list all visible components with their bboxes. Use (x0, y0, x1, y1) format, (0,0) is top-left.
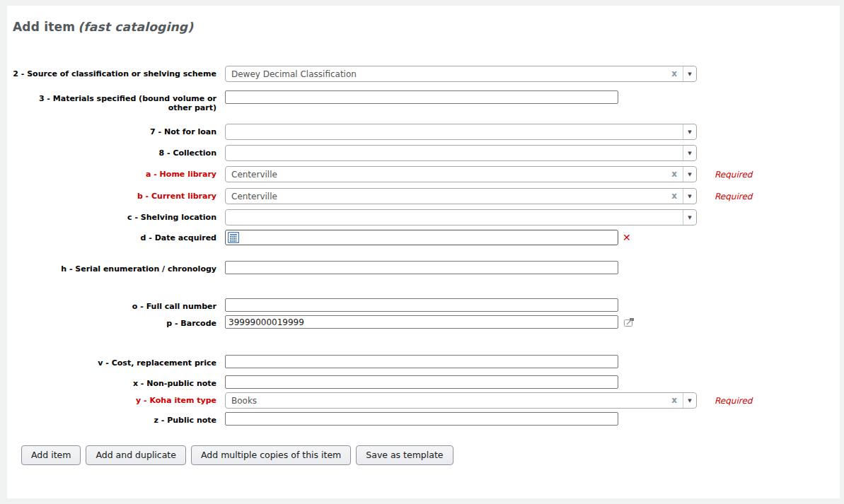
chevron-down-icon[interactable]: ▼ (683, 393, 696, 408)
select-a[interactable]: Centervillex▼ (225, 166, 697, 182)
page-title-text: Add item (13, 20, 75, 34)
field-label-3: 3 - Materials specified (bound volume or… (13, 90, 225, 112)
form-row-b: b - Current libraryCentervillex▼Required (13, 188, 840, 204)
chevron-down-icon[interactable]: ▼ (683, 167, 696, 182)
chevron-down-icon[interactable]: ▼ (683, 66, 696, 81)
field-label-z: z - Public note (13, 412, 225, 425)
form-row-o: o - Full call number (13, 298, 840, 312)
field-label-p: p - Barcode (13, 315, 225, 328)
barcode-input[interactable] (225, 315, 618, 329)
text-input-h[interactable] (225, 261, 618, 274)
chevron-down-icon[interactable]: ▼ (683, 210, 696, 225)
clear-icon[interactable]: x (666, 66, 683, 81)
text-input-z[interactable] (225, 412, 618, 426)
form-row-h: h - Serial enumeration / chronology (13, 261, 840, 274)
field-label-o: o - Full call number (13, 298, 225, 311)
add-and-duplicate-button[interactable]: Add and duplicate (86, 445, 186, 465)
field-label-7: 7 - Not for loan (13, 124, 225, 136)
required-note: Required (715, 166, 752, 180)
form-row-2: 2 - Source of classification or shelving… (13, 66, 840, 82)
page-title-suffix: (fast cataloging) (78, 20, 193, 34)
add-multiple-copies-of-this-item-button[interactable]: Add multiple copies of this item (191, 445, 351, 465)
form-row-7: 7 - Not for loan▼ (13, 124, 840, 140)
form-row-a: a - Home libraryCentervillex▼Required (13, 166, 840, 182)
save-as-template-button[interactable]: Save as template (356, 445, 453, 465)
select-8[interactable]: ▼ (225, 145, 697, 161)
date-input[interactable] (242, 231, 618, 244)
add-item-panel: Add item(fast cataloging) 2 - Source of … (7, 6, 840, 498)
clear-icon[interactable]: x (666, 189, 683, 204)
form-actions: Add itemAdd and duplicateAdd multiple co… (21, 445, 840, 465)
clear-icon[interactable]: x (666, 167, 683, 182)
form-row-p: p - Barcode (13, 315, 840, 329)
select-value-2: Dewey Decimal Classification (226, 69, 666, 79)
calendar-icon[interactable] (228, 232, 239, 243)
item-form: 2 - Source of classification or shelving… (13, 66, 840, 426)
form-row-z: z - Public note (13, 412, 840, 426)
form-row-d: d - Date acquired✕ (13, 230, 840, 245)
date-acquired-field[interactable] (225, 230, 618, 245)
field-label-x: x - Non-public note (13, 375, 225, 388)
chevron-down-icon[interactable]: ▼ (683, 189, 696, 204)
form-row-v: v - Cost, replacement price (13, 355, 840, 368)
field-label-a: a - Home library (13, 166, 225, 179)
field-label-h: h - Serial enumeration / chronology (13, 261, 225, 274)
page-title: Add item(fast cataloging) (13, 20, 840, 34)
barcode-edit-wrapper[interactable] (618, 315, 634, 329)
select-value-b: Centerville (226, 192, 666, 201)
chevron-down-icon[interactable]: ▼ (683, 124, 696, 139)
chevron-down-icon[interactable]: ▼ (683, 146, 696, 160)
select-7[interactable]: ▼ (225, 124, 697, 140)
text-input-x[interactable] (225, 375, 618, 389)
select-b[interactable]: Centervillex▼ (225, 188, 697, 204)
clear-icon[interactable]: x (666, 393, 683, 408)
form-row-x: x - Non-public note (13, 375, 840, 389)
field-label-c: c - Shelving location (13, 209, 225, 222)
form-row-8: 8 - Collection▼ (13, 145, 840, 161)
field-label-d: d - Date acquired (13, 230, 225, 242)
form-row-y: y - Koha item typeBooksx▼Required (13, 392, 840, 409)
form-row-3: 3 - Materials specified (bound volume or… (13, 90, 840, 112)
required-note: Required (715, 392, 752, 406)
select-value-y: Books (226, 396, 666, 406)
select-value-a: Centerville (226, 170, 666, 180)
field-label-2: 2 - Source of classification or shelving… (13, 66, 225, 78)
select-c[interactable]: ▼ (225, 209, 697, 225)
field-label-v: v - Cost, replacement price (13, 355, 225, 368)
add-item-button[interactable]: Add item (21, 445, 81, 465)
remove-date-icon[interactable]: ✕ (623, 230, 631, 245)
edit-icon[interactable] (624, 318, 634, 327)
select-2[interactable]: Dewey Decimal Classificationx▼ (225, 66, 697, 82)
text-input-3[interactable] (225, 90, 618, 104)
text-input-o[interactable] (225, 298, 618, 312)
field-label-b: b - Current library (13, 188, 225, 201)
required-note: Required (715, 188, 752, 201)
field-label-y: y - Koha item type (13, 392, 225, 405)
field-label-8: 8 - Collection (13, 145, 225, 158)
select-y[interactable]: Booksx▼ (225, 392, 697, 409)
form-row-c: c - Shelving location▼ (13, 209, 840, 225)
text-input-v[interactable] (225, 355, 618, 368)
